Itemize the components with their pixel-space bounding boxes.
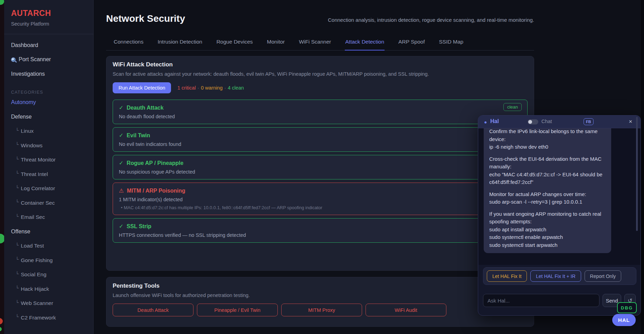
check-icon: ✓ xyxy=(119,132,123,139)
check-icon: ✓ xyxy=(119,223,123,230)
pentest-button-wifi-audit[interactable]: WiFi Audit xyxy=(366,304,446,316)
tab-arp-spoof[interactable]: ARP Spoof xyxy=(398,36,425,50)
tree-branch-glyph: └ xyxy=(16,314,19,319)
sidebar-item-label: Windows xyxy=(21,142,42,149)
chat-mode-toggle[interactable] xyxy=(528,119,538,124)
ask-hal-input[interactable] xyxy=(483,294,599,307)
sidebar-item-gone-fishing[interactable]: └Gone Fishing xyxy=(11,253,87,268)
summary-clean-count: 4 clean xyxy=(228,85,244,91)
sidebar-categories: AutonomyDefense└Linux└Windows└Threat Mon… xyxy=(11,95,87,325)
sidebar-item-web-scanner[interactable]: └Web Scanner xyxy=(11,296,87,311)
sidebar-item-label: Threat Monitor xyxy=(21,157,56,163)
chat-action-let-hal-fix-it[interactable]: Let HAL Fix It xyxy=(487,270,527,282)
sidebar-category-label: Autonomy xyxy=(11,99,36,105)
desktop-green-dot xyxy=(0,327,2,331)
sidebar-nav: DashboardPort ScannerInvestigations xyxy=(11,38,87,81)
tab-intrusion-detection[interactable]: Intrusion Detection xyxy=(157,36,202,50)
result-card-mitm-arp-poisoning: ⚠MITM / ARP Poisoning1 MITM indicator(s)… xyxy=(113,183,528,215)
sidebar-item-label: Linux xyxy=(21,128,34,134)
chat-scrollbar[interactable] xyxy=(636,117,638,231)
pentest-button-mitm-proxy[interactable]: MITM Proxy xyxy=(281,304,362,316)
sidebar-item-label: C2 Framework xyxy=(21,315,56,321)
sidebar-category-offense[interactable]: Offense xyxy=(11,224,87,239)
summary-critical-count: 1 critical xyxy=(177,85,196,91)
sidebar-item-label: Threat Intel xyxy=(21,171,48,177)
sidebar-category-defense[interactable]: Defense xyxy=(11,110,87,124)
tab-connections[interactable]: Connections xyxy=(113,36,144,50)
tree-branch-glyph: └ xyxy=(16,242,19,248)
pentest-panel-title: Pentesting Tools xyxy=(113,282,528,289)
result-detail: No suspicious rogue APs detected xyxy=(119,169,521,175)
tree-branch-glyph: └ xyxy=(16,185,19,190)
result-title: SSL Strip xyxy=(126,223,151,230)
tab-monitor[interactable]: Monitor xyxy=(267,36,285,50)
sidebar-item-threat-intel[interactable]: └Threat Intel xyxy=(11,167,87,182)
chat-action-let-hal-fix-it-ir[interactable]: Let HAL Fix It + IR xyxy=(530,270,581,282)
tree-branch-glyph: └ xyxy=(16,300,19,305)
sidebar-item-label: Email Sec xyxy=(21,214,45,220)
sidebar-item-social-eng[interactable]: └Social Eng xyxy=(11,268,87,282)
tree-branch-glyph: └ xyxy=(16,214,19,219)
pentest-button-pineapple-evil-twin[interactable]: Pineapple / Evil Twin xyxy=(197,304,278,316)
sidebar-item-log-correlator[interactable]: └Log Correlator xyxy=(11,182,87,196)
tab-wifi-scanner[interactable]: WiFi Scanner xyxy=(299,36,331,50)
result-detail: HTTPS connections verified — no SSL stri… xyxy=(119,232,521,238)
chat-action-report-only[interactable]: Report Only xyxy=(585,270,622,282)
sidebar-item-windows[interactable]: └Windows xyxy=(11,138,87,153)
tree-branch-glyph: └ xyxy=(16,271,19,276)
sidebar-item-container-sec[interactable]: └Container Sec xyxy=(11,196,87,210)
summary-separator: · xyxy=(222,85,228,91)
sidebar-item-label: Investigations xyxy=(11,71,45,77)
sidebar-item-threat-monitor[interactable]: └Threat Monitor xyxy=(11,153,87,167)
pentest-button-deauth-attack[interactable]: Deauth Attack xyxy=(113,304,193,316)
sidebar-item-port-scanner[interactable]: Port Scanner xyxy=(11,53,87,67)
pentest-panel-description: Launch offensive WiFi tools for authoriz… xyxy=(113,293,528,298)
sidebar-item-investigations[interactable]: Investigations xyxy=(11,67,87,81)
chat-title: Hal xyxy=(490,118,499,124)
sidebar-divider xyxy=(4,34,93,34)
search-icon xyxy=(11,57,16,62)
fb-badge[interactable]: FB xyxy=(584,118,594,125)
status-badge: clean xyxy=(503,103,522,111)
result-title: Deauth Attack xyxy=(126,105,163,111)
result-card-header: ✓Deauth Attack xyxy=(119,104,521,111)
tab-rogue-devices[interactable]: Rogue Devices xyxy=(216,36,253,50)
result-card-header: ⚠MITM / ARP Poisoning xyxy=(119,187,521,194)
close-icon[interactable]: × xyxy=(629,118,632,125)
run-attack-detection-button[interactable]: Run Attack Detection xyxy=(113,82,171,93)
result-indicator-bullet: • MAC c4:4f:d5:d7:2c:cf has multiple IPs… xyxy=(119,205,521,210)
sidebar: AUTARCH Security Platform DashboardPort … xyxy=(4,0,94,334)
sidebar-item-label: Social Eng xyxy=(21,271,46,278)
sidebar-item-c2-framework[interactable]: └C2 Framework xyxy=(11,310,87,325)
attack-panel-title: WiFi Attack Detection xyxy=(113,61,528,68)
result-title: MITM / ARP Poisoning xyxy=(127,188,185,194)
tree-branch-glyph: └ xyxy=(16,170,19,176)
result-detail: No evil twin indicators found xyxy=(119,141,521,147)
brand-logo: AUTARCH xyxy=(11,9,87,18)
chat-message-line: sudo apt install arpwatch xyxy=(489,226,606,234)
sidebar-item-linux[interactable]: └Linux xyxy=(11,124,87,139)
result-card-header: ✓Rogue AP / Pineapple xyxy=(119,160,521,166)
app-root: AUTARCH Security Platform DashboardPort … xyxy=(0,0,644,334)
result-title: Rogue AP / Pineapple xyxy=(126,160,183,166)
attack-panel-description: Scan for active attacks against your net… xyxy=(113,71,528,77)
hal-launcher-button[interactable]: HAL xyxy=(612,314,636,326)
result-card-header: ✓Evil Twin xyxy=(119,132,521,139)
sidebar-item-hack-hijack[interactable]: └Hack Hijack xyxy=(11,282,87,296)
sidebar-item-load-test[interactable]: └Load Test xyxy=(11,239,87,253)
tree-branch-glyph: └ xyxy=(16,156,19,161)
tree-branch-glyph: └ xyxy=(16,199,19,204)
tab-bar: ConnectionsIntrusion DetectionRogue Devi… xyxy=(106,36,534,50)
page-right-gutter xyxy=(641,0,644,334)
message-line-spacer xyxy=(489,151,606,155)
sidebar-item-dashboard[interactable]: Dashboard xyxy=(11,38,87,53)
tab-ssid-map[interactable]: SSID Map xyxy=(439,36,464,50)
tab-attack-detection[interactable]: Attack Detection xyxy=(345,36,385,50)
sidebar-category-autonomy[interactable]: Autonomy xyxy=(11,95,87,110)
chat-message-line: If you want ongoing ARP monitoring to ca… xyxy=(489,210,606,226)
pentest-tools-row: Deauth AttackPineapple / Evil TwinMITM P… xyxy=(113,304,528,316)
dbg-badge[interactable]: DBG xyxy=(617,302,637,313)
message-line-spacer xyxy=(489,186,606,191)
attack-run-row: Run Attack Detection 1 critical·0 warnin… xyxy=(113,82,528,93)
sidebar-item-email-sec[interactable]: └Email Sec xyxy=(11,210,87,225)
